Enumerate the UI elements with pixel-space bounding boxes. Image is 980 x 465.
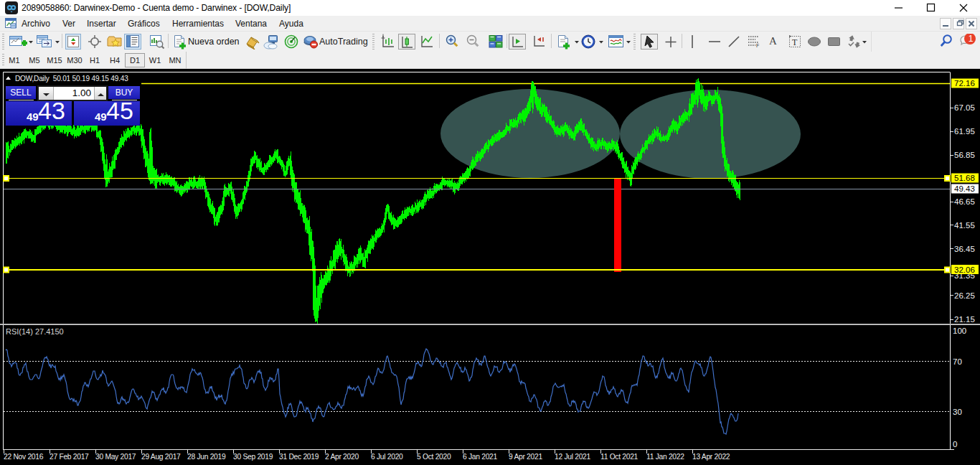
svg-text:28 Jun 2019: 28 Jun 2019: [187, 453, 226, 461]
svg-text:30 May 2017: 30 May 2017: [95, 453, 136, 461]
svg-text:26.25: 26.25: [954, 291, 975, 300]
svg-text:RSI(14) 27.4150: RSI(14) 27.4150: [6, 327, 64, 336]
svg-text:5 Oct 2020: 5 Oct 2020: [417, 453, 451, 461]
svg-text:9 Apr 2021: 9 Apr 2021: [509, 453, 542, 461]
svg-text:30 Sep 2019: 30 Sep 2019: [233, 453, 273, 461]
svg-text:31 Dec 2019: 31 Dec 2019: [279, 453, 319, 461]
svg-text:100: 100: [953, 327, 966, 335]
svg-text:11 Jan 2022: 11 Jan 2022: [646, 453, 684, 461]
svg-text:13 Apr 2022: 13 Apr 2022: [692, 453, 730, 461]
svg-text:70: 70: [953, 357, 962, 366]
svg-text:11 Oct 2021: 11 Oct 2021: [600, 453, 639, 461]
svg-text:22 Nov 2016: 22 Nov 2016: [4, 453, 44, 461]
svg-text:61.95: 61.95: [954, 127, 975, 136]
svg-text:29 Aug 2017: 29 Aug 2017: [141, 453, 181, 461]
svg-text:2 Apr 2020: 2 Apr 2020: [325, 453, 359, 461]
svg-text:T: T: [792, 37, 798, 47]
svg-text:41.55: 41.55: [954, 221, 975, 230]
svg-text:49.43: 49.43: [954, 184, 975, 193]
svg-text:21.15: 21.15: [954, 315, 975, 324]
svg-text:27 Feb 2017: 27 Feb 2017: [50, 453, 89, 461]
svg-text:6 Jan 2021: 6 Jan 2021: [463, 453, 498, 461]
svg-text:0: 0: [953, 440, 957, 448]
svg-text:51.68: 51.68: [954, 174, 975, 182]
svg-text:56.85: 56.85: [954, 151, 975, 159]
svg-text:12 Jul 2021: 12 Jul 2021: [555, 453, 591, 461]
svg-text:6 Jul 2020: 6 Jul 2020: [371, 453, 403, 461]
svg-text:30: 30: [953, 408, 962, 416]
svg-text:72.16: 72.16: [954, 79, 975, 88]
svg-text:46.65: 46.65: [954, 197, 975, 206]
svg-text:36.45: 36.45: [954, 245, 975, 253]
svg-text:F: F: [756, 43, 759, 48]
svg-text:DOW,Daily 50.01 50.19 49.15 4: DOW,Daily 50.01 50.19 49.15 49.43: [15, 75, 128, 83]
svg-text:32.06: 32.06: [954, 266, 975, 274]
svg-text:67.05: 67.05: [954, 103, 975, 112]
svg-text:1: 1: [969, 34, 974, 44]
